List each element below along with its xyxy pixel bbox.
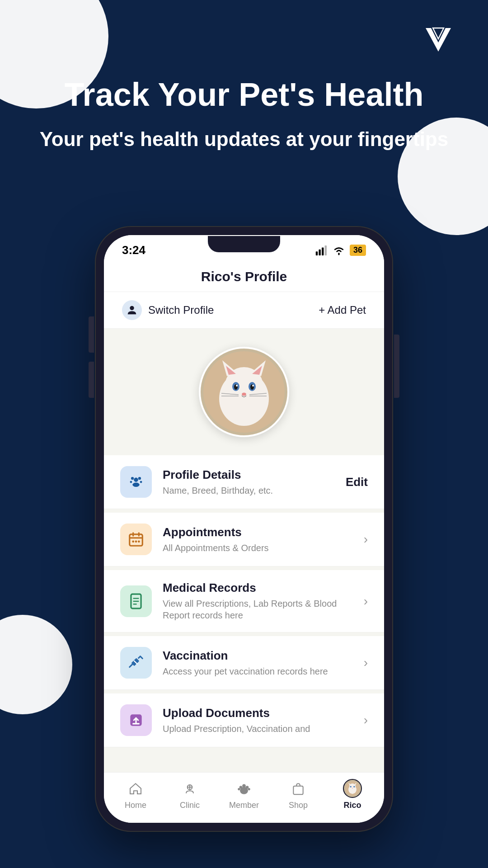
house-icon (128, 781, 143, 796)
add-pet-button[interactable]: + Add Pet (319, 304, 366, 316)
clinic-nav-icon (180, 779, 199, 798)
status-time: 3:24 (122, 243, 145, 257)
rico-nav-avatar (343, 779, 362, 798)
svg-point-49 (239, 786, 242, 788)
svg-point-4 (130, 306, 134, 310)
appointments-icon (120, 524, 152, 555)
nav-item-clinic[interactable]: Clinic (167, 779, 212, 810)
svg-point-50 (246, 786, 249, 788)
syringe-icon (127, 654, 145, 671)
upload-documents-icon (120, 704, 152, 736)
svg-point-34 (138, 540, 140, 542)
appointments-arrow: › (364, 532, 368, 547)
medical-records-arrow: › (364, 594, 368, 609)
upload-icon (127, 712, 145, 729)
vaccination-title: Vaccination (163, 649, 353, 663)
menu-list: Profile Details Name, Breed, Birthday, e… (104, 455, 384, 772)
bg-circle-bottom-left (0, 615, 72, 714)
nav-item-rico[interactable]: Rico (330, 779, 375, 810)
rico-nav-label: Rico (343, 801, 361, 810)
switch-profile-icon (122, 300, 142, 320)
appointments-subtitle: All Appointments & Orders (163, 542, 353, 554)
svg-point-32 (132, 540, 134, 542)
battery-badge: 36 (350, 245, 366, 256)
medical-records-title: Medical Records (163, 581, 353, 595)
page-header: Rico's Profile (104, 262, 384, 292)
svg-point-61 (353, 786, 355, 788)
document-icon (127, 593, 145, 610)
hero-section: Track Your Pet's Health Your pet's healt… (0, 77, 488, 152)
pet-avatar-image (203, 351, 285, 433)
hero-title: Track Your Pet's Health (36, 77, 452, 113)
home-nav-label: Home (125, 801, 146, 810)
shop-bag-icon (291, 781, 305, 796)
phone-screen: 3:24 36 (104, 235, 384, 823)
menu-item-medical-records[interactable]: Medical Records View all Prescriptions, … (104, 570, 384, 632)
svg-line-40 (138, 656, 141, 659)
svg-rect-2 (322, 247, 324, 255)
vaccination-subtitle: Access your pet vaccination records here (163, 665, 353, 677)
menu-item-vaccination[interactable]: Vaccination Access your pet vaccination … (104, 636, 384, 690)
phone-outer: 3:24 36 (95, 226, 393, 832)
profile-details-icon (120, 466, 152, 498)
shop-nav-icon (289, 779, 308, 798)
svg-point-51 (242, 784, 246, 788)
switch-profile-label: Switch Profile (148, 304, 214, 316)
svg-rect-1 (319, 249, 320, 255)
svg-point-53 (248, 788, 250, 790)
svg-point-17 (252, 385, 254, 387)
upload-documents-title: Upload Documents (163, 706, 353, 720)
pet-avatar-section (104, 329, 384, 455)
pet-avatar (199, 347, 289, 437)
upload-documents-text: Upload Documents Upload Prescription, Va… (163, 706, 353, 735)
nav-item-member[interactable]: Member (221, 779, 267, 810)
add-pet-label: + Add Pet (319, 304, 366, 316)
medical-records-text: Medical Records View all Prescriptions, … (163, 581, 353, 621)
home-nav-icon (126, 779, 145, 798)
medical-records-icon (120, 585, 152, 617)
profile-switch-icon (126, 304, 138, 316)
clinic-icon (183, 781, 197, 796)
member-nav-label: Member (229, 801, 259, 810)
bottom-nav: Home Clinic (104, 772, 384, 823)
svg-point-52 (238, 788, 240, 790)
profile-details-text: Profile Details Name, Breed, Birthday, e… (163, 468, 335, 496)
paw-icon (127, 473, 145, 491)
phone-notch (208, 236, 280, 252)
upload-documents-arrow: › (364, 713, 368, 727)
member-nav-icon (235, 779, 253, 798)
svg-point-25 (138, 477, 141, 480)
vaccination-icon (120, 647, 152, 679)
svg-point-60 (350, 786, 352, 788)
menu-item-appointments[interactable]: Appointments All Appointments & Orders › (104, 513, 384, 566)
signal-icon (315, 245, 328, 255)
svg-rect-28 (130, 534, 143, 546)
nav-item-shop[interactable]: Shop (276, 779, 321, 810)
hero-subtitle: Your pet's health updates at your finger… (36, 126, 452, 152)
phone-mockup: 3:24 36 (95, 226, 393, 832)
svg-line-42 (130, 664, 133, 667)
appointments-text: Appointments All Appointments & Orders (163, 525, 353, 554)
rico-avatar-icon (345, 781, 360, 796)
clinic-nav-label: Clinic (180, 801, 200, 810)
menu-item-upload-documents[interactable]: Upload Documents Upload Prescription, Va… (104, 693, 384, 747)
vaccination-text: Vaccination Access your pet vaccination … (163, 649, 353, 677)
svg-point-16 (236, 385, 238, 387)
wifi-icon (333, 245, 345, 255)
appointments-title: Appointments (163, 525, 353, 539)
svg-point-26 (130, 481, 132, 483)
svg-rect-54 (293, 786, 303, 795)
app-logo (416, 18, 461, 63)
svg-point-62 (352, 788, 353, 788)
switch-profile-button[interactable]: Switch Profile (122, 300, 214, 320)
profile-actions-bar: Switch Profile + Add Pet (104, 292, 384, 329)
page-header-title: Rico's Profile (201, 269, 287, 284)
menu-item-profile-details[interactable]: Profile Details Name, Breed, Birthday, e… (104, 455, 384, 509)
svg-rect-0 (316, 251, 318, 255)
profile-edit-button[interactable]: Edit (346, 475, 368, 489)
svg-point-33 (135, 540, 137, 542)
nav-item-home[interactable]: Home (113, 779, 158, 810)
profile-details-title: Profile Details (163, 468, 335, 482)
medical-records-subtitle: View all Prescriptions, Lab Reports & Bl… (163, 598, 353, 621)
upload-documents-subtitle: Upload Prescription, Vaccination and (163, 723, 353, 735)
